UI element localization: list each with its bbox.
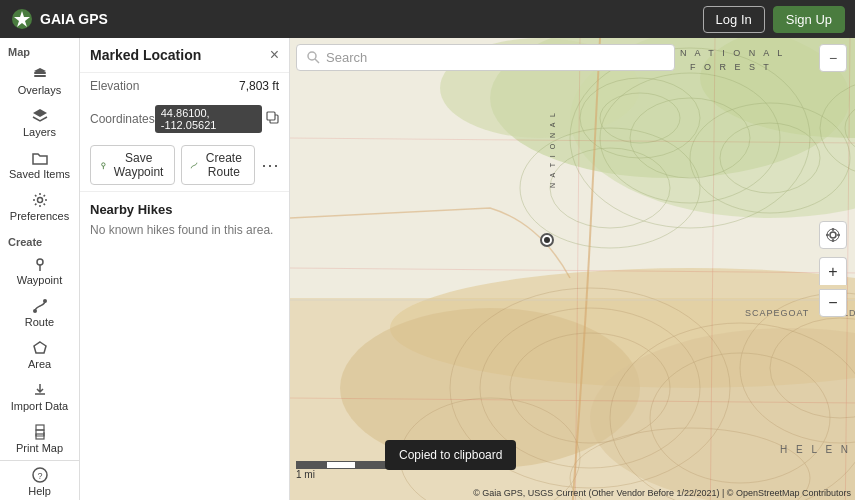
layers-icon [32,66,48,82]
route-icon [32,298,48,314]
pin-icon [99,159,108,172]
create-route-label: Create Route [202,151,246,179]
svg-text:N A T I O N A L: N A T I O N A L [549,111,556,188]
sidebar-item-overlays[interactable]: Overlays [0,60,79,102]
svg-point-8 [33,309,37,313]
map-minus-button[interactable]: − [819,44,847,72]
stack-icon [32,108,48,124]
save-waypoint-label: Save Waypoint [112,151,166,179]
elevation-label: Elevation [90,79,139,93]
coordinates-value: 44.86100, -112.05621 [155,105,262,133]
help-icon: ? [32,467,48,483]
svg-point-6 [37,259,43,265]
copy-coordinates-button[interactable] [266,111,279,127]
nearby-empty-message: No known hikes found in this area. [90,223,279,237]
search-bar[interactable]: Search [296,44,675,71]
sidebar-item-area[interactable]: Area [0,334,79,376]
sidebar-item-print-label: Print Map [16,442,63,454]
svg-point-70 [830,232,836,238]
gear-icon [32,192,48,208]
folder-icon [32,150,48,166]
scale-label: 1 mi [296,469,315,480]
panel-close-button[interactable]: × [270,46,279,64]
svg-rect-2 [34,75,46,77]
login-button[interactable]: Log In [703,6,765,33]
marked-location-panel: Marked Location × Elevation 7,803 ft Coo… [80,38,290,500]
sidebar-item-help-label: Help [28,485,51,497]
import-icon [32,382,48,398]
svg-point-68 [308,52,316,60]
more-options-button[interactable]: ⋯ [261,154,279,176]
sidebar-item-help[interactable]: ? Help [0,461,79,500]
sidebar-item-area-label: Area [28,358,51,370]
svg-rect-11 [36,425,44,430]
search-placeholder: Search [326,50,367,65]
sidebar-item-route[interactable]: Route [0,292,79,334]
zoom-out-button[interactable]: − [819,289,847,317]
svg-text:N A T I O N A L: N A T I O N A L [680,48,785,58]
sidebar-item-saved-label: Saved Items [9,168,70,180]
svg-text:?: ? [37,471,42,481]
map-section-label: Map [0,38,79,60]
map-container[interactable]: N A T I O N A L F O R E S T N A T I O N … [290,38,855,500]
svg-marker-10 [34,342,46,353]
svg-line-69 [315,59,319,63]
header-actions: Log In Sign Up [703,6,845,33]
route-small-icon [190,159,198,172]
sidebar-item-waypoint-label: Waypoint [17,274,62,286]
map-attribution: © Gaia GPS, USGS Current (Other Vendor B… [473,488,851,498]
sidebar-item-saved[interactable]: Saved Items [0,144,79,186]
sidebar-item-waypoint[interactable]: Waypoint [0,250,79,292]
save-waypoint-button[interactable]: Save Waypoint [90,145,175,185]
clipboard-toast: Copied to clipboard [385,440,516,470]
panel-header: Marked Location × [80,38,289,73]
panel-actions: Save Waypoint Create Route ⋯ [80,139,289,192]
sidebar-item-print[interactable]: Print Map [0,418,79,460]
waypoint-icon [32,256,48,272]
panel-title: Marked Location [90,47,201,63]
sidebar-item-layers-label: Layers [23,126,56,138]
signup-button[interactable]: Sign Up [773,6,845,33]
svg-text:H E L E N A: H E L E N A [780,444,855,455]
sidebar-item-layers[interactable]: Layers [0,102,79,144]
create-route-button[interactable]: Create Route [181,145,255,185]
svg-marker-4 [33,109,47,117]
coordinates-container: 44.86100, -112.05621 [155,105,279,133]
topo-map: N A T I O N A L F O R E S T N A T I O N … [290,38,855,500]
sidebar-bottom: ? Help [0,460,79,500]
coordinates-row: Coordinates 44.86100, -112.05621 [80,99,289,139]
scale-bar: 1 mi [296,461,386,480]
marked-location-center [544,237,550,243]
print-icon [32,424,48,440]
sidebar-item-preferences-label: Preferences [10,210,69,222]
zoom-in-button[interactable]: + [819,257,847,285]
area-icon [32,340,48,356]
scale-segment-2 [326,461,356,469]
logo: GAIA GPS [10,7,108,31]
main-content: Map Overlays Layers Saved Items [0,38,855,500]
svg-point-9 [43,299,47,303]
locate-icon [825,227,841,243]
elevation-row: Elevation 7,803 ft [80,73,289,99]
locate-button[interactable] [819,221,847,249]
sidebar-item-route-label: Route [25,316,54,328]
scale-segment-3 [356,461,386,469]
scale-line [296,461,386,469]
pan-button[interactable]: − [819,44,847,72]
logo-icon [10,7,34,31]
search-icon [307,51,320,64]
nearby-title: Nearby Hikes [90,202,279,217]
sidebar-item-overlays-label: Overlays [18,84,61,96]
sidebar-item-import[interactable]: Import Data [0,376,79,418]
map-controls: + − [819,221,847,317]
marked-location-dot [540,233,554,247]
scale-segment-1 [296,461,326,469]
logo-text: GAIA GPS [40,11,108,27]
elevation-value: 7,803 ft [239,79,279,93]
svg-rect-17 [267,112,275,120]
svg-text:F O R E S T: F O R E S T [690,62,772,72]
sidebar-item-preferences[interactable]: Preferences [0,186,79,228]
sidebar-item-import-label: Import Data [11,400,68,412]
svg-text:SCAPEGOAT: SCAPEGOAT [745,308,809,318]
svg-point-5 [37,198,42,203]
